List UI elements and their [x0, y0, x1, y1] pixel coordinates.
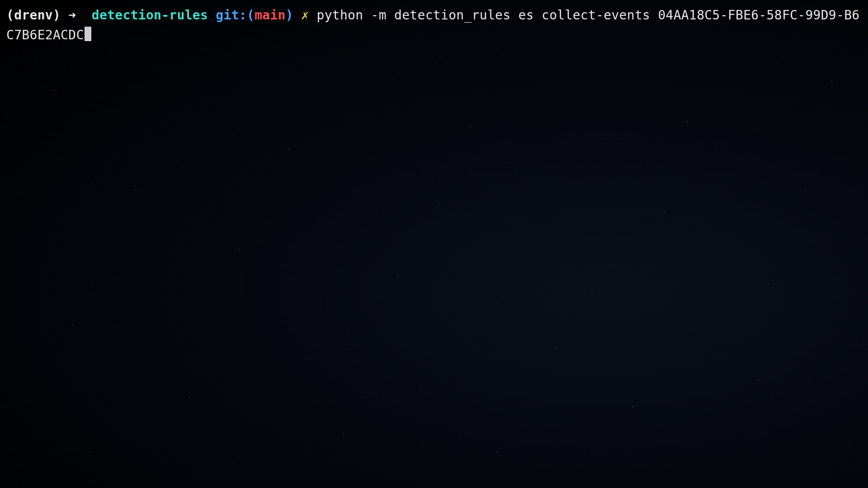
cursor-block-icon: [85, 27, 91, 41]
virtualenv-name: (drenv): [6, 8, 61, 23]
git-dirty-icon: ✗: [301, 8, 309, 23]
git-paren-close: ): [286, 8, 293, 23]
terminal-window[interactable]: (drenv) ➜ detection-rules git:(main) ✗ p…: [0, 0, 868, 488]
prompt-line[interactable]: (drenv) ➜ detection-rules git:(main) ✗ p…: [6, 5, 862, 45]
current-directory: detection-rules: [92, 8, 208, 23]
prompt-arrow-icon: ➜: [68, 8, 76, 23]
git-branch: main: [255, 8, 286, 23]
background-stars: [0, 0, 868, 488]
git-label: git:: [216, 8, 247, 23]
git-paren-open: (: [247, 8, 255, 23]
